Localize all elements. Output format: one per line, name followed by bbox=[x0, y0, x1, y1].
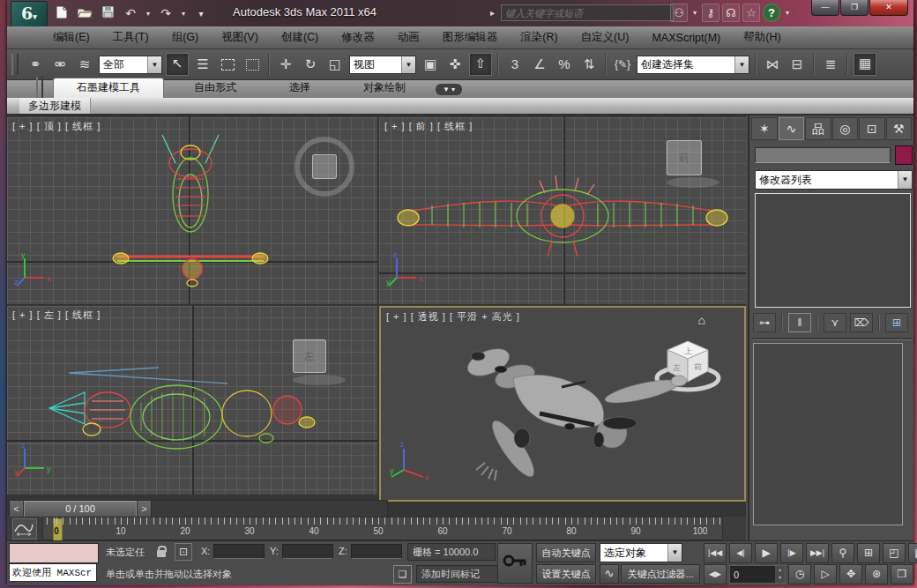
undo-icon[interactable]: ↶ bbox=[122, 6, 139, 20]
close-button[interactable]: ✕ bbox=[869, 0, 908, 16]
save-icon[interactable] bbox=[99, 5, 116, 21]
select-object-icon[interactable]: ↖ bbox=[166, 53, 189, 76]
time-slider-prev-button[interactable]: < bbox=[10, 501, 24, 517]
redo-icon[interactable]: ↷ bbox=[157, 6, 175, 20]
default-tangent-icon[interactable]: ∿ bbox=[600, 564, 619, 584]
graphite-tools-toggle-icon[interactable]: ▦ bbox=[854, 53, 876, 76]
selection-filter-select[interactable]: 全部 ▼ bbox=[99, 56, 162, 74]
new-file-icon[interactable] bbox=[53, 5, 71, 22]
rollout-area[interactable] bbox=[753, 343, 903, 525]
mini-curve-editor-button[interactable] bbox=[12, 518, 37, 540]
viewport-front-label[interactable]: [ + ] [ 前 ] [ 线框 ] bbox=[384, 120, 473, 133]
select-manipulate-icon[interactable]: ✜ bbox=[444, 54, 466, 75]
absolute-mode-icon[interactable]: ⊡ bbox=[175, 543, 192, 561]
viewcube-ghost[interactable]: 左 bbox=[293, 339, 346, 385]
window-crossing-icon[interactable] bbox=[242, 54, 263, 75]
viewcube-ghost[interactable] bbox=[294, 137, 354, 197]
subscription-key-icon[interactable]: ⚷ bbox=[702, 4, 719, 22]
key-filters-button[interactable]: 关键点过滤器... bbox=[621, 564, 700, 584]
select-move-icon[interactable]: ✛ bbox=[275, 54, 296, 75]
communication-center-icon[interactable]: ☊ bbox=[722, 4, 740, 22]
zoom-extents-icon[interactable]: ◰ bbox=[883, 543, 906, 563]
track-bar-ruler[interactable]: 0102030405060708090100 bbox=[42, 517, 723, 540]
layer-manager-icon[interactable]: ≣ bbox=[820, 54, 841, 75]
selection-lock-icon[interactable] bbox=[157, 544, 166, 557]
zoom-extents-all-icon[interactable]: ▩ bbox=[908, 543, 917, 563]
viewport-top[interactable]: [ + ] [ 顶 ] [ 线框 ] bbox=[7, 117, 377, 304]
open-file-icon[interactable] bbox=[76, 6, 93, 21]
create-tab-icon[interactable]: ✶ bbox=[751, 117, 778, 140]
field-of-view-icon[interactable]: ▷ bbox=[814, 564, 837, 584]
viewcube-home-icon[interactable]: ⌂ bbox=[698, 313, 705, 327]
menu-item-11[interactable]: 帮助(H) bbox=[743, 30, 780, 45]
viewcube-ghost[interactable]: 前 bbox=[667, 140, 719, 188]
zoom-all-icon[interactable]: ⊞ bbox=[857, 543, 880, 563]
snap-3d-icon[interactable]: 3 bbox=[504, 54, 526, 75]
pin-stack-icon[interactable]: ⊶ bbox=[753, 313, 776, 332]
ribbon-tab-1[interactable]: 自由形式 bbox=[171, 78, 259, 98]
motion-tab-icon[interactable]: ◎ bbox=[832, 117, 859, 140]
select-by-name-icon[interactable]: ☰ bbox=[192, 54, 213, 75]
polygon-modeling-panel[interactable]: 多边形建模 bbox=[19, 98, 91, 114]
configure-modifier-sets-icon[interactable]: ⊞ bbox=[885, 313, 908, 332]
show-end-result-icon[interactable]: ‖ bbox=[788, 313, 811, 332]
coord-system-caret-icon[interactable]: ▼ bbox=[401, 56, 415, 73]
reference-coordinate-select[interactable]: 视图 ▼ bbox=[349, 56, 416, 74]
search-binoculars-icon[interactable]: ⚇ bbox=[670, 4, 688, 22]
ribbon-grip[interactable] bbox=[36, 77, 43, 98]
select-rotate-icon[interactable]: ↻ bbox=[300, 54, 321, 75]
selection-filter-caret-icon[interactable]: ▼ bbox=[147, 56, 161, 73]
frame-spin-down-icon[interactable]: ▾ bbox=[775, 574, 785, 582]
use-pivot-center-icon[interactable]: ▣ bbox=[420, 54, 441, 75]
object-color-swatch[interactable] bbox=[895, 145, 913, 165]
zoom-icon[interactable]: ⚲ bbox=[831, 543, 854, 563]
toolbar-grip[interactable] bbox=[11, 54, 19, 75]
named-selection-set-select[interactable]: 创建选择集 ▼ bbox=[637, 56, 749, 74]
go-to-end-icon[interactable]: ▶▶| bbox=[806, 543, 829, 563]
modifier-list-caret-icon[interactable]: ▼ bbox=[898, 171, 912, 189]
viewport-left-label[interactable]: [ + ] [ 左 ] [ 线框 ] bbox=[12, 309, 101, 322]
viewport-front[interactable]: [ + ] [ 前 ] [ 线框 ] 前 bbox=[379, 117, 746, 304]
favorites-star-icon[interactable]: ☆ bbox=[742, 4, 760, 22]
menu-item-2[interactable]: 组(G) bbox=[172, 30, 199, 45]
maxscript-listener-pane[interactable]: 欢迎使用 MAXScr bbox=[9, 563, 97, 582]
modify-tab-icon[interactable]: ∿ bbox=[779, 117, 805, 140]
spinner-snap-icon[interactable]: ⇅ bbox=[578, 54, 600, 75]
macro-recorder-pane[interactable] bbox=[9, 543, 99, 563]
isolate-selection-icon[interactable]: ❏ bbox=[393, 565, 412, 584]
next-frame-icon[interactable]: |▶ bbox=[780, 543, 803, 563]
object-name-field[interactable] bbox=[755, 147, 891, 163]
select-and-link-icon[interactable]: ⚭ bbox=[25, 54, 46, 75]
redo-caret-icon[interactable]: ▾ bbox=[180, 10, 187, 18]
ribbon-tab-0[interactable]: 石墨建模工具 bbox=[53, 78, 164, 98]
key-filter-caret-icon[interactable]: ▼ bbox=[667, 544, 682, 562]
current-frame-field[interactable]: 0 ▴▾ bbox=[729, 565, 786, 584]
play-icon[interactable]: ▶ bbox=[755, 543, 778, 563]
menu-item-5[interactable]: 修改器 bbox=[341, 30, 375, 45]
keyboard-override-icon[interactable]: ⇧ bbox=[469, 53, 492, 76]
ribbon-tab-3[interactable]: 对象绘制 bbox=[340, 78, 429, 98]
menu-item-10[interactable]: MAXScript(M) bbox=[652, 32, 720, 44]
bind-to-spacewarp-icon[interactable]: ≋ bbox=[74, 54, 95, 75]
add-time-tag[interactable]: 添加时间标记 bbox=[416, 565, 504, 583]
angle-snap-icon[interactable]: ∠ bbox=[529, 54, 550, 75]
maximize-button[interactable]: ❐ bbox=[840, 0, 869, 16]
menu-item-4[interactable]: 创建(C) bbox=[281, 30, 318, 45]
mirror-icon[interactable]: ⋈ bbox=[762, 54, 783, 75]
help-icon[interactable]: ? bbox=[763, 4, 780, 22]
y-coordinate-field[interactable] bbox=[282, 544, 333, 559]
go-to-start-icon[interactable]: |◀◀ bbox=[704, 543, 727, 563]
make-unique-icon[interactable]: ⋎ bbox=[824, 313, 846, 332]
search-options-caret-icon[interactable]: ▾ bbox=[690, 4, 699, 21]
time-slider-next-button[interactable]: > bbox=[137, 501, 152, 517]
menu-item-0[interactable]: 编辑(E) bbox=[53, 30, 90, 45]
remove-modifier-icon[interactable]: ⌦ bbox=[850, 313, 873, 332]
hierarchy-tab-icon[interactable]: 品 bbox=[805, 117, 831, 140]
viewport-perspective-label[interactable]: [ + ] [ 透视 ] [ 平滑 + 高光 ] bbox=[386, 310, 520, 324]
rect-selection-region-icon[interactable] bbox=[217, 54, 238, 75]
orbit-icon[interactable]: ⊛ bbox=[865, 564, 888, 584]
time-configuration-icon[interactable]: ◷ bbox=[788, 564, 811, 584]
utilities-tab-icon[interactable]: ⚒ bbox=[886, 117, 913, 140]
undo-caret-icon[interactable]: ▾ bbox=[145, 10, 152, 18]
key-filter-selection-select[interactable]: 选定对象 ▼ bbox=[600, 543, 682, 562]
